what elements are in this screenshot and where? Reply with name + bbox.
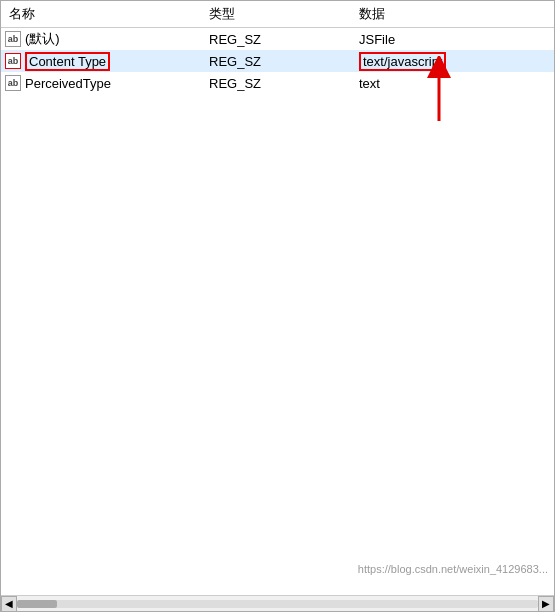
header-type: 类型 [201, 5, 351, 23]
table-body: ab (默认) REG_SZ JSFile ab Content Type RE… [1, 28, 554, 595]
row-type-content-type: REG_SZ [201, 54, 351, 69]
table-row[interactable]: ab Content Type REG_SZ text/javascript [1, 50, 554, 72]
row-name-text-highlighted: Content Type [25, 52, 110, 71]
data-value-highlighted: text/javascript [359, 52, 446, 71]
row-type-default: REG_SZ [201, 32, 351, 47]
row-name-default: ab (默认) [1, 30, 201, 48]
ab-icon-highlighted: ab [5, 53, 21, 69]
header-name: 名称 [1, 5, 201, 23]
ab-icon: ab [5, 75, 21, 91]
row-data-perceived: text [351, 76, 554, 91]
table-row[interactable]: ab (默认) REG_SZ JSFile [1, 28, 554, 50]
ab-icon: ab [5, 31, 21, 47]
horizontal-scrollbar[interactable]: ◀ ▶ [1, 595, 554, 611]
row-data-content-type: text/javascript [351, 52, 554, 71]
watermark: https://blog.csdn.net/weixin_4129683... [356, 563, 550, 575]
row-name-text: (默认) [25, 30, 60, 48]
table-row[interactable]: ab PerceivedType REG_SZ text [1, 72, 554, 94]
scrollbar-track[interactable] [17, 600, 538, 608]
scroll-right-button[interactable]: ▶ [538, 596, 554, 612]
header-data: 数据 [351, 5, 554, 23]
table-header: 名称 类型 数据 [1, 1, 554, 28]
scroll-left-button[interactable]: ◀ [1, 596, 17, 612]
scrollbar-thumb[interactable] [17, 600, 57, 608]
registry-window: 名称 类型 数据 ab (默认) REG_SZ JSFile ab Conten… [0, 0, 555, 612]
row-name-content-type: ab Content Type [1, 52, 201, 71]
row-data-default: JSFile [351, 32, 554, 47]
row-type-perceived: REG_SZ [201, 76, 351, 91]
row-name-text: PerceivedType [25, 76, 111, 91]
row-name-perceived: ab PerceivedType [1, 75, 201, 91]
